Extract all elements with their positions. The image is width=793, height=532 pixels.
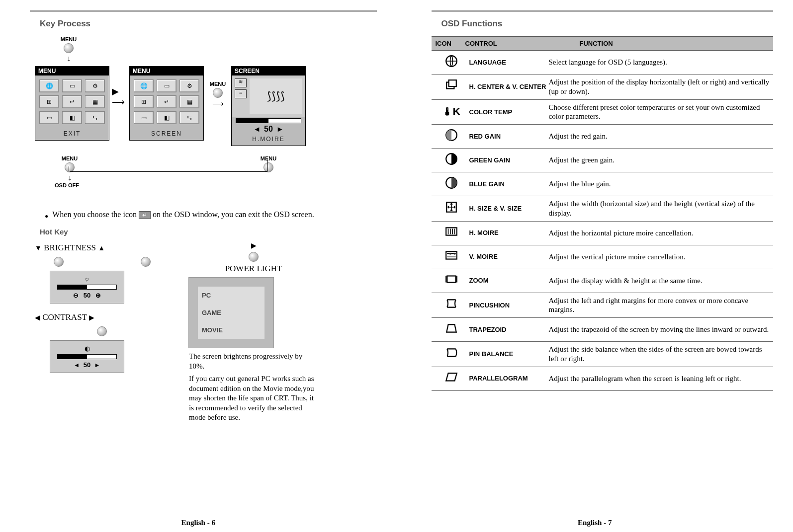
control-desc: Adjust the blue gain. [549, 179, 772, 189]
menu-knob-mid: MENU ⟶ [208, 81, 228, 108]
mode-item: GAME [198, 304, 264, 321]
top-rule [30, 10, 377, 11]
osd-bottom-label: SCREEN [130, 128, 203, 140]
mode-item: PC [198, 287, 264, 304]
sun-icon: ☼ [54, 275, 120, 283]
enter-icon: ↵ [139, 211, 151, 219]
osd-titlebar: MENU [35, 67, 109, 76]
header-icon: ICON [436, 40, 465, 47]
knob-icon [213, 88, 223, 98]
bullet-icon: ● [45, 213, 48, 220]
right-triangle-icon: ▶ [251, 242, 257, 249]
menu-label: MENU [208, 81, 228, 87]
mode-box: PC GAME MOVIE [189, 278, 273, 348]
up-triangle-icon: ▲ [98, 244, 105, 252]
control-name: PARALLELOGRAM [469, 374, 549, 383]
osd-bottom-label: H.MOIRE [232, 134, 305, 146]
control-desc: Adjust the vertical picture moire cancel… [549, 252, 772, 262]
control-name: H. SIZE & V. SIZE [469, 204, 549, 214]
connector-line [267, 159, 268, 171]
menu-label: MENU [55, 155, 85, 161]
mode-item: MOVIE [198, 321, 264, 339]
table-row: ZOOM Adjust the display width & height a… [432, 269, 774, 293]
table-row: RED GAIN Adjust the red gain. [432, 125, 774, 149]
center-icon [434, 79, 469, 95]
control-desc: Adjust the horizontal picture moire canc… [549, 228, 772, 238]
control-desc: Adjust the green gain. [549, 155, 772, 165]
control-desc: Adjust the left and right margins for mo… [549, 296, 772, 315]
control-name: BLUE GAIN [469, 179, 549, 189]
control-desc: Adjust the trapezoid of the screen by mo… [549, 325, 772, 334]
contrast-label: CONTRAST [42, 312, 87, 322]
parallelogram-icon [434, 371, 469, 386]
table-row: PARALLELOGRAM Adjust the parallelogram w… [432, 367, 774, 391]
osd-panel-hmoire: SCREEN ≋ ≈ ⟆⟆⟆⟆ ◂50▸ H.MOIRE [231, 66, 306, 146]
table-row: H. CENTER & V. CENTER Adjust the positio… [432, 75, 774, 100]
contrast-readout: ◐ ◂50▸ [50, 340, 124, 373]
menu-knob-top: MENU ↓ [59, 36, 79, 63]
table-row: H. MOIRE Adjust the horizontal picture m… [432, 222, 774, 245]
brightness-row: ▼ BRIGHTNESS ▲ [35, 243, 164, 253]
svg-rect-7 [446, 228, 457, 235]
colortemp-icon: 🌡K [434, 105, 469, 118]
brightness-knobs [40, 256, 164, 268]
control-desc: Adjust the position of the display horiz… [549, 77, 772, 96]
tip-pre: When you choose the icon [52, 210, 137, 219]
up-icon: ⊕ [95, 292, 101, 299]
header-function: FUNCTION [555, 40, 770, 47]
table-row: H. SIZE & V. SIZE Adjust the width (hori… [432, 196, 774, 222]
key-process-diagram: MENU ↓ MENU 🌐▭⚙ ⊞↵▦ ▭◧⇆ EXIT ▶⟶ MENU 🌐▭ [35, 36, 377, 205]
table-row: V. MOIRE Adjust the vertical picture moi… [432, 245, 774, 269]
top-rule [432, 10, 774, 11]
control-name: TRAPEZOID [469, 325, 549, 335]
hotkey-heading: Hot Key [40, 228, 377, 236]
contrast-knob [40, 325, 164, 337]
right-icon: ▸ [95, 361, 99, 369]
osd-icon-grid: 🌐▭⚙ ⊞↵▦ ▭◧⇆ [130, 76, 203, 128]
knob-icon [249, 252, 259, 262]
powerlight-label: POWER LIGHT [189, 264, 318, 274]
table-row: GREEN GAIN Adjust the green gain. [432, 149, 774, 172]
hotkey-area: ▼ BRIGHTNESS ▲ ☼ ⊖50⊕ ◀ CONTRAST ▶ [35, 241, 377, 426]
knob-icon [264, 162, 273, 172]
left-triangle-icon: ◀ [35, 314, 40, 321]
control-name: PINCUSHION [469, 301, 549, 310]
table-row: BLUE GAIN Adjust the blue gain. [432, 172, 774, 196]
menu-label: MENU [59, 36, 79, 42]
contrast-value: 50 [84, 361, 90, 369]
knob-icon [64, 43, 74, 53]
brightness-label: BRIGHTNESS [44, 243, 96, 252]
brightness-value: 50 [84, 292, 90, 299]
page-left: Key Process MENU ↓ MENU 🌐▭⚙ ⊞↵▦ ▭◧⇆ EXIT… [0, 0, 397, 532]
key-process-heading: Key Process [40, 19, 377, 29]
control-name: H. MOIRE [469, 228, 549, 238]
control-name: GREEN GAIN [469, 155, 549, 165]
control-desc: Select language for OSD (5 languages). [549, 58, 772, 67]
table-row: 🌡K COLOR TEMP Choose different preset co… [432, 100, 774, 125]
control-name: V. MOIRE [469, 252, 549, 262]
brightness-readout: ☼ ⊖50⊕ [50, 271, 124, 304]
page-footer: English - 7 [397, 519, 793, 527]
menu-label: MENU [259, 155, 278, 161]
connector-line [70, 171, 267, 172]
trapezoid-icon [434, 322, 469, 338]
powerlight-para2: If you carry out general PC works such a… [189, 374, 318, 423]
page-right: OSD Functions ICON CONTROL FUNCTION LANG… [397, 0, 793, 532]
svg-rect-9 [447, 276, 455, 283]
vmoire-icon [434, 249, 469, 265]
globe-icon [434, 55, 469, 71]
control-name: COLOR TEMP [469, 107, 549, 117]
powerlight-para1: The screen brightens progressively by 10… [189, 352, 318, 371]
svg-rect-8 [446, 251, 457, 259]
size-icon [434, 201, 469, 217]
down-triangle-icon: ▼ [35, 244, 42, 252]
brightness-bar [57, 285, 117, 290]
hotkey-left-col: ▼ BRIGHTNESS ▲ ☼ ⊖50⊕ ◀ CONTRAST ▶ [35, 241, 164, 426]
header-control: CONTROL [465, 40, 555, 47]
control-name: PIN BALANCE [469, 349, 549, 359]
knob-icon [97, 326, 107, 336]
control-desc: Choose different preset color temperatur… [549, 103, 772, 122]
left-icon: ◂ [75, 361, 79, 369]
down-arrow-icon: ↓ [59, 54, 79, 63]
knob-icon [54, 257, 64, 267]
